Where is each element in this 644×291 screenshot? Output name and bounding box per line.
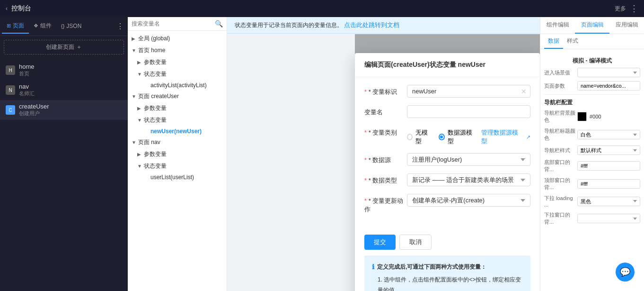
subtab-style[interactable]: 样式 bbox=[563, 34, 582, 49]
radio-data-model[interactable]: 数据源模型 bbox=[439, 128, 474, 146]
back-arrow[interactable]: ‹ bbox=[6, 5, 8, 12]
home-page-icon: H bbox=[6, 65, 15, 75]
update-action-control: 创建单条记录-内置(create) bbox=[407, 194, 530, 207]
datasource-select[interactable]: 注册用户(logUser) bbox=[407, 153, 530, 166]
tree-item-activitylist[interactable]: activityList(activityList) bbox=[128, 80, 227, 91]
datatype-select[interactable]: 新记录 —— 适合于新建类表单的场景 bbox=[407, 173, 530, 186]
chevron-icon: ▼ bbox=[132, 94, 138, 99]
canvas-area: 状态变量用于记录当前页面内的变量信息。 点击此处跳转到文档 编辑页面(creat… bbox=[227, 17, 540, 291]
tab-components[interactable]: ❖ 组件 bbox=[29, 19, 56, 34]
top-bg-input[interactable] bbox=[577, 179, 640, 189]
var-id-label: * 变量标识 bbox=[364, 85, 407, 96]
tree-item-global[interactable]: ▶ 全局 (global) bbox=[128, 33, 227, 45]
right-panel-body: 模拟 - 编译模式 进入场景值 页面参数 导航栏配置 bbox=[540, 49, 644, 291]
info-circle-icon: ℹ bbox=[372, 261, 374, 273]
update-action-select[interactable]: 创建单条记录-内置(create) bbox=[407, 194, 530, 207]
right-row-top-bg: 顶部窗口的背... bbox=[544, 177, 640, 191]
tree-label-nav-params: 参数变量 bbox=[144, 150, 219, 158]
page-item-home[interactable]: H home 首页 ··· bbox=[0, 60, 128, 80]
chevron-icon: ▼ bbox=[132, 140, 138, 145]
tree-item-home[interactable]: ▼ 首页 home bbox=[128, 45, 227, 56]
var-search-bar: 🔍 bbox=[128, 17, 227, 31]
manage-datasource-link[interactable]: 管理数据源模型 bbox=[481, 128, 519, 146]
tab-component-edit[interactable]: 组件编辑 bbox=[540, 17, 575, 34]
var-id-input-wrapper: ✕ bbox=[407, 85, 530, 98]
tree-item-nav-state[interactable]: ▼ 状态变量 + bbox=[128, 160, 227, 172]
var-name-input[interactable] bbox=[407, 105, 530, 118]
tab-app-edit[interactable]: 应用编辑 bbox=[609, 17, 644, 34]
var-id-input[interactable] bbox=[407, 85, 530, 98]
tree-item-userlist[interactable]: userList(userList) bbox=[128, 172, 227, 182]
tree-item-home-params[interactable]: ▶ 参数变量 + bbox=[128, 56, 227, 68]
chat-icon: 💬 bbox=[620, 267, 630, 277]
scene-select[interactable] bbox=[577, 68, 640, 77]
page-item-nav[interactable]: N nav 名师汇 ··· bbox=[0, 80, 128, 100]
tree-label-userlist: userList(userList) bbox=[150, 174, 223, 181]
pages-list: H home 首页 ··· N nav 名师汇 ··· C createUser bbox=[0, 58, 128, 291]
bottom-bg-input[interactable] bbox=[577, 161, 640, 171]
page-item-createuser[interactable]: C createUser 创建用户 ··· bbox=[0, 100, 128, 120]
cancel-button[interactable]: 取消 bbox=[399, 235, 432, 250]
more-icon[interactable]: ⋮ bbox=[630, 3, 638, 14]
components-icon: ❖ bbox=[34, 23, 38, 29]
bottom-bg-label: 底部窗口的背... bbox=[544, 159, 577, 173]
loading-select[interactable]: 黑色 bbox=[577, 197, 640, 206]
page-params-input[interactable] bbox=[577, 81, 640, 91]
page-params-label: 页面参数 bbox=[544, 82, 577, 90]
chat-button[interactable]: 💬 bbox=[616, 263, 635, 282]
tree-label-home-params: 参数变量 bbox=[144, 58, 219, 66]
right-row-loading: 下拉 loading ... 黑色 bbox=[544, 195, 640, 208]
plus-icon: ＋ bbox=[76, 43, 82, 51]
nav-title-color-select[interactable]: 白色 bbox=[577, 130, 640, 139]
datasource-control: 注册用户(logUser) bbox=[407, 153, 530, 166]
info-banner: 状态变量用于记录当前页面内的变量信息。 点击此处跳转到文档 bbox=[227, 17, 540, 34]
dialog-title: 编辑页面(createUser)状态变量 newUser bbox=[355, 53, 540, 77]
chevron-icon: ▶ bbox=[132, 36, 138, 41]
var-id-control: ✕ bbox=[407, 85, 530, 98]
info-item-1: 1. 选中组件，点击组件配置面板中的<>按钮，绑定相应变量的值 bbox=[372, 275, 523, 291]
var-name-label: 变量名 bbox=[364, 105, 407, 117]
var-tree-panel: 🔍 ▶ 全局 (global) ▼ 首页 home ▶ 参数变量 + ▼ 状态变… bbox=[128, 17, 227, 291]
var-search-input[interactable] bbox=[132, 20, 215, 27]
tree-item-nav-params[interactable]: ▶ 参数变量 + bbox=[128, 148, 227, 160]
datasource-label: * 数据源 bbox=[364, 153, 407, 164]
form-row-var-name: 变量名 bbox=[364, 105, 530, 118]
info-box-title: ℹ 定义完成后,可通过下面两种方式使用变量： bbox=[372, 261, 523, 273]
datatype-control: 新记录 —— 适合于新建类表单的场景 bbox=[407, 173, 530, 186]
tree-item-createuser-params[interactable]: ▶ 参数变量 + bbox=[128, 102, 227, 114]
form-row-datasource: * 数据源 注册用户(logUser) bbox=[364, 153, 530, 166]
tree-item-nav[interactable]: ▼ 页面 nav bbox=[128, 136, 227, 148]
no-model-label: 无模型 bbox=[415, 128, 431, 146]
tree-item-createuser-state[interactable]: ▼ 状态变量 + bbox=[128, 114, 227, 126]
nav-bg-color-swatch[interactable] bbox=[577, 112, 587, 121]
clear-icon[interactable]: ✕ bbox=[521, 88, 527, 95]
nav-bg-color-label: #000 bbox=[590, 114, 601, 119]
info-link[interactable]: 点击此处跳转到文档 bbox=[344, 21, 399, 28]
right-row-nav-title-color: 导航栏标题颜色 白色 bbox=[544, 127, 640, 142]
chevron-icon: ▼ bbox=[137, 164, 144, 169]
tab-json[interactable]: {} JSON bbox=[56, 20, 86, 33]
top-bar: ‹ 控制台 更多 ⋮ bbox=[0, 0, 644, 17]
chevron-icon: ▼ bbox=[137, 72, 144, 77]
tab-page-edit[interactable]: 页面编辑 bbox=[575, 17, 609, 34]
create-page-button[interactable]: 创建新页面 ＋ bbox=[4, 40, 124, 55]
tree-item-createuser[interactable]: ▼ 页面 createUser bbox=[128, 91, 227, 102]
tree-item-home-state[interactable]: ▼ 状态变量 + bbox=[128, 68, 227, 80]
sidebar-more-icon[interactable]: ⋮ bbox=[116, 22, 126, 31]
info-text: 状态变量用于记录当前页面内的变量信息。 bbox=[235, 22, 343, 28]
tab-pages[interactable]: ⊞ 页面 bbox=[2, 19, 29, 34]
right-row-pull-bg: 下拉窗口的背... bbox=[544, 211, 640, 226]
divider bbox=[544, 94, 640, 95]
nav-style-select[interactable]: 默认样式 bbox=[577, 146, 640, 155]
search-icon[interactable]: 🔍 bbox=[215, 20, 223, 27]
tree-item-newuser[interactable]: newUser(newUser) bbox=[128, 126, 227, 136]
page-info-createuser: createUser 创建用户 bbox=[19, 103, 116, 117]
pull-bg-select[interactable] bbox=[577, 214, 640, 223]
tree-label-global: 全局 (global) bbox=[138, 35, 223, 43]
radio-no-model[interactable]: 无模型 bbox=[407, 128, 431, 146]
form-row-update-action: * 变量更新动作 创建单条记录-内置(create) bbox=[364, 194, 530, 214]
submit-button[interactable]: 提交 bbox=[364, 235, 396, 250]
nav-title-color-label: 导航栏标题颜色 bbox=[544, 127, 577, 142]
tree-label-newuser: newUser(newUser) bbox=[150, 128, 223, 135]
subtab-data[interactable]: 数据 bbox=[544, 34, 563, 49]
